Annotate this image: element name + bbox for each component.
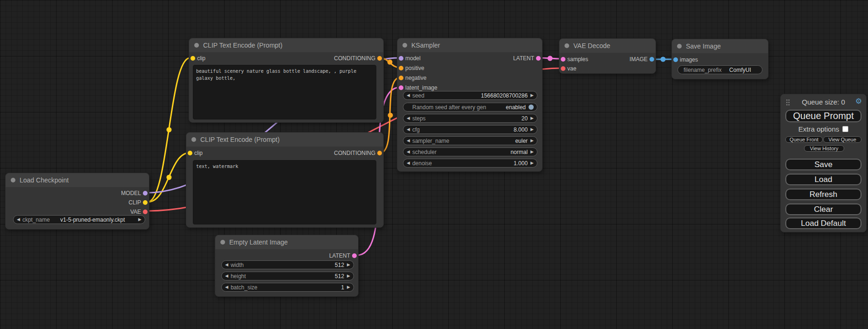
random-seed-toggle[interactable]: Random seed after every gen enabled <box>403 103 537 112</box>
seed-stepper[interactable]: seed 156680208700286 <box>403 91 537 100</box>
clear-button[interactable]: Clear <box>785 203 861 215</box>
input-port-clip[interactable]: clip <box>186 148 203 158</box>
load-default-button[interactable]: Load Default <box>785 217 861 229</box>
refresh-button[interactable]: Refresh <box>785 189 861 200</box>
toggle-indicator-icon[interactable] <box>529 105 534 110</box>
decrement-arrow-icon[interactable] <box>407 93 410 98</box>
node-header[interactable]: Empty Latent Image <box>215 235 358 249</box>
increment-arrow-icon[interactable] <box>530 127 534 132</box>
collapse-dot-icon[interactable] <box>565 43 569 48</box>
decrement-arrow-icon[interactable] <box>17 217 20 222</box>
node-header[interactable]: KSampler <box>397 38 542 52</box>
view-queue-button[interactable]: View Queue <box>823 136 861 143</box>
clip-input-dot[interactable] <box>191 56 195 61</box>
load-button[interactable]: Load <box>785 174 861 185</box>
input-port-positive[interactable]: positive <box>397 63 424 73</box>
collapse-dot-icon[interactable] <box>191 137 196 142</box>
collapse-dot-icon[interactable] <box>194 43 199 48</box>
increment-arrow-icon[interactable] <box>347 263 350 267</box>
vae-input-dot[interactable] <box>561 66 565 71</box>
input-port-images[interactable]: images <box>672 55 698 64</box>
input-port-negative[interactable]: negative <box>397 73 426 83</box>
steps-stepper[interactable]: steps 20 <box>403 114 537 123</box>
increment-arrow-icon[interactable] <box>530 93 534 98</box>
input-port-vae[interactable]: vae <box>559 64 576 73</box>
node-ksampler[interactable]: KSampler model positive negative latent_… <box>397 38 543 172</box>
images-input-dot[interactable] <box>673 57 678 62</box>
widget-value: 512 <box>335 273 344 280</box>
collapse-dot-icon[interactable] <box>677 44 682 49</box>
decrement-arrow-icon[interactable] <box>407 150 410 154</box>
vae-output-dot[interactable] <box>143 210 148 214</box>
decrement-arrow-icon[interactable] <box>407 139 410 143</box>
decrement-arrow-icon[interactable] <box>407 116 410 120</box>
batch-size-stepper[interactable]: batch_size 1 <box>221 283 354 292</box>
output-port-conditioning[interactable]: CONDITIONING <box>334 148 383 158</box>
extra-options-checkbox[interactable] <box>842 126 848 132</box>
scheduler-selector[interactable]: scheduler normal <box>403 147 537 156</box>
increment-arrow-icon[interactable] <box>530 139 534 143</box>
clip-output-dot[interactable] <box>143 200 148 205</box>
collapse-dot-icon[interactable] <box>220 240 225 245</box>
ckpt-name-selector[interactable]: ckpt_name v1-5-pruned-emaonly.ckpt <box>13 215 145 224</box>
width-stepper[interactable]: width 512 <box>221 260 354 269</box>
decrement-arrow-icon[interactable] <box>225 285 228 289</box>
increment-arrow-icon[interactable] <box>347 285 350 289</box>
conditioning-output-dot[interactable] <box>377 56 382 61</box>
collapse-dot-icon[interactable] <box>402 43 407 48</box>
node-header[interactable]: VAE Decode <box>559 39 656 53</box>
input-port-samples[interactable]: samples <box>559 55 588 64</box>
queue-front-button[interactable]: Queue Front <box>785 136 823 143</box>
save-button[interactable]: Save <box>785 159 861 170</box>
model-input-dot[interactable] <box>399 56 403 61</box>
denoise-stepper[interactable]: denoise 1.000 <box>403 159 537 168</box>
decrement-arrow-icon[interactable] <box>225 274 228 278</box>
clip-input-dot[interactable] <box>188 151 192 155</box>
node-clip-text-encode-negative[interactable]: CLIP Text Encode (Prompt) clip CONDITION… <box>186 132 384 228</box>
conditioning-output-dot[interactable] <box>377 151 382 155</box>
node-header[interactable]: Load Checkpoint <box>6 173 149 187</box>
increment-arrow-icon[interactable] <box>138 217 141 222</box>
increment-arrow-icon[interactable] <box>347 274 350 278</box>
node-vae-decode[interactable]: VAE Decode samples vae IMAGE <box>559 38 656 74</box>
node-load-checkpoint[interactable]: Load Checkpoint MODEL CLIP VAE ckpt_name… <box>5 173 149 230</box>
output-port-clip[interactable]: CLIP <box>128 198 149 207</box>
cfg-stepper[interactable]: cfg 8.000 <box>403 125 537 134</box>
sampler-name-selector[interactable]: sampler_name euler <box>403 136 537 145</box>
latent-output-dot[interactable] <box>536 56 541 61</box>
increment-arrow-icon[interactable] <box>530 150 534 154</box>
settings-gear-icon[interactable]: ⚙ <box>855 98 862 105</box>
positive-prompt-textarea[interactable]: beautiful scenery nature glass bottle la… <box>193 65 376 119</box>
node-header[interactable]: CLIP Text Encode (Prompt) <box>186 133 383 147</box>
latent-image-input-dot[interactable] <box>399 85 403 90</box>
node-clip-text-encode-positive[interactable]: CLIP Text Encode (Prompt) clip CONDITION… <box>189 38 384 123</box>
latent-output-dot[interactable] <box>352 253 357 258</box>
increment-arrow-icon[interactable] <box>530 161 534 165</box>
input-port-model[interactable]: model <box>397 54 421 63</box>
height-stepper[interactable]: height 512 <box>221 272 354 280</box>
collapse-dot-icon[interactable] <box>11 178 15 182</box>
node-header[interactable]: CLIP Text Encode (Prompt) <box>189 38 383 52</box>
output-port-conditioning[interactable]: CONDITIONING <box>334 54 383 63</box>
queue-prompt-button[interactable]: Queue Prompt <box>785 110 861 122</box>
output-port-image[interactable]: IMAGE <box>629 55 656 64</box>
node-save-image[interactable]: Save Image images filename_prefix ComfyU… <box>671 39 769 79</box>
image-output-dot[interactable] <box>649 57 654 62</box>
view-history-button[interactable]: View History <box>804 145 844 152</box>
positive-input-dot[interactable] <box>399 66 403 70</box>
model-output-dot[interactable] <box>143 191 148 196</box>
samples-input-dot[interactable] <box>561 57 565 62</box>
node-empty-latent-image[interactable]: Empty Latent Image LATENT width 512 heig… <box>215 235 359 297</box>
decrement-arrow-icon[interactable] <box>407 161 410 165</box>
filename-prefix-field[interactable]: filename_prefix ComfyUI <box>677 65 762 74</box>
decrement-arrow-icon[interactable] <box>225 263 228 267</box>
node-header[interactable]: Save Image <box>672 39 768 53</box>
output-port-latent[interactable]: LATENT <box>329 251 358 260</box>
negative-prompt-textarea[interactable]: text, watermark <box>193 160 376 224</box>
decrement-arrow-icon[interactable] <box>407 127 410 132</box>
increment-arrow-icon[interactable] <box>530 116 534 120</box>
negative-input-dot[interactable] <box>399 76 403 80</box>
output-port-model[interactable]: MODEL <box>121 189 149 198</box>
output-port-latent[interactable]: LATENT <box>513 54 542 63</box>
input-port-clip[interactable]: clip <box>189 54 205 63</box>
